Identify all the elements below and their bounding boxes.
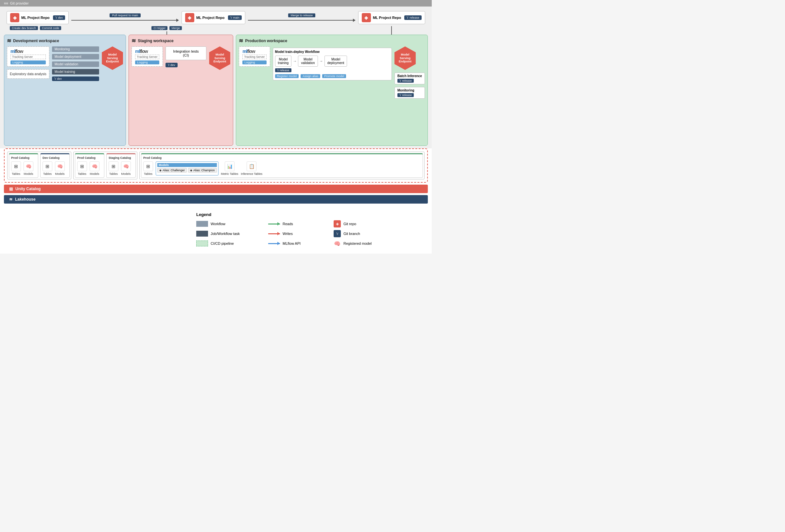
dev-branch-badge: 𝕐 dev <box>52 77 99 81</box>
pr-label: Pull request to main <box>109 14 141 17</box>
workspace-staging-icon: ≋ <box>131 37 136 44</box>
monitoring-label: Monitoring <box>398 88 422 92</box>
staging-mlflow-col: mlflow Tracking Server Logging <box>131 46 162 66</box>
legend-workflow-label: Workflow <box>211 222 225 226</box>
git-provider-bar: ≡≡ Git provider <box>0 0 432 6</box>
branch-icon-main: 𝕐 <box>230 16 232 19</box>
train-step-training: Modeltraining <box>275 56 292 66</box>
mlflow-logo-prod: mlflow <box>243 49 266 54</box>
catalog-prod-2: Prod Catalog ⊞ Tables 🧠 Models <box>75 153 104 178</box>
monitoring-box: Monitoring 𝕐 release <box>395 87 425 99</box>
catalog-row: Prod Catalog ⊞ Tables 🧠 Models Dev Catal… <box>7 152 425 179</box>
legend-cicd-label: CI/CD pipeline <box>211 241 234 245</box>
inference-tables-icon: 📋 <box>247 161 256 171</box>
git-provider-label: Git provider <box>10 1 29 5</box>
models-alias-title: Models <box>157 163 217 167</box>
alias-champion: ◈ Alias: Champion <box>188 168 217 172</box>
arrow-2: → <box>319 59 323 63</box>
workspace-dev-title: ≋ Development workspace <box>7 37 123 44</box>
repo-release-name: ML Project Repo <box>373 16 401 20</box>
legend-cicd-box <box>196 240 208 246</box>
ci-trigger-label: CI trigger <box>151 26 168 30</box>
staging-catalog-models: 🧠 Models <box>121 161 131 176</box>
legend-mlflow-api: MLflow API <box>268 240 327 247</box>
git-provider-icon: ≡≡ <box>4 1 8 5</box>
staging-catalog-tables: ⊞ Tables <box>108 161 119 176</box>
tracking-server-staging: Tracking Server <box>135 55 159 59</box>
workspace-prod-icon: ≋ <box>239 37 243 44</box>
eda-box: Exploratory data analysis <box>7 69 49 79</box>
tracking-server-prod: Tracking Server <box>243 55 266 59</box>
prod-right-col: ModelServingEndpoint Batch Inference 𝕐 r… <box>395 46 425 99</box>
prod-catalog-2-items: ⊞ Tables 🧠 Models <box>77 161 102 176</box>
mlflow-logo-staging: mlflow <box>135 49 159 54</box>
alias-challenger: ◈ Alias: Challenger <box>157 168 187 172</box>
dev-content: mlflow Tracking Server Logging Explorato… <box>7 46 123 81</box>
register-model-badge: Register model <box>275 74 299 78</box>
challenger-icon: ◈ <box>159 169 161 172</box>
legend-workflow-box <box>196 221 208 227</box>
dev-endpoint-col: ModelServingEndpoint <box>102 46 123 70</box>
prod-catalog-1-models: 🧠 Models <box>24 161 33 176</box>
merge-label-sub: Merge <box>170 26 182 30</box>
legend-jobtask-label: Job/Workflow task <box>211 232 240 236</box>
prod-mlflow-col: mlflow Tracking Server Logging <box>239 46 270 66</box>
mlflow-dev: mlflow Tracking Server Logging <box>7 46 49 66</box>
branch-badge-dev: 𝕐 dev <box>53 15 66 20</box>
integration-tests-box: Integration tests (CI) <box>166 46 207 60</box>
lakehouse-bar: ≋ Lakehouse <box>4 195 428 204</box>
model-train-deploy-box: Model train-deploy Workflow Modeltrainin… <box>273 48 392 80</box>
git-icon-release: ◈ <box>362 13 371 22</box>
legend-writes-line <box>268 233 280 234</box>
catalog-staging-1: Staging Catalog ⊞ Tables 🧠 Models <box>106 153 136 178</box>
connector-pr: Pull request to main <box>69 14 181 22</box>
staging-serving-endpoint: ModelServingEndpoint <box>209 46 230 70</box>
dev-sub-labels: Create dev branch Commit code <box>10 26 61 30</box>
lakehouse-label: Lakehouse <box>15 197 36 202</box>
legend-area: Legend Workflow Reads ◈ Git repo Job/Wor… <box>0 206 432 254</box>
legend-workflow: Workflow <box>196 220 262 228</box>
metric-tables-icon: 📊 <box>225 161 234 171</box>
models-alias-box: Models ◈ Alias: Challenger ◈ Alias: Cham… <box>156 161 219 176</box>
legend-title: Legend <box>196 212 425 217</box>
workspace-prod-title: ≋ Production workspace <box>239 37 425 44</box>
prod-catalog-3-items: ⊞ Tables Models ◈ Alias: Challenger <box>143 161 421 176</box>
legend-git-repo: ◈ Git repo <box>334 220 392 228</box>
models-icon-3: 🧠 <box>90 161 99 171</box>
catalog-prod-3: Prod Catalog ⊞ Tables Models ◈ <box>141 153 423 178</box>
pr-line <box>71 19 179 22</box>
commit-code-label: Commit code <box>40 26 61 30</box>
repo-main: ◈ ML Project Repo 𝕐 main <box>181 11 245 24</box>
tables-icon-3: ⊞ <box>77 161 87 171</box>
git-icon-dev: ◈ <box>10 13 19 22</box>
catalog-prod-1: Prod Catalog ⊞ Tables 🧠 Models <box>9 153 38 178</box>
dev-step-deployment: Model deployment <box>52 54 99 59</box>
promote-model-badge: Promote model <box>322 74 346 78</box>
models-icon-1: 🧠 <box>24 161 33 171</box>
legend-writes: Writes <box>268 230 327 237</box>
repo-dev: ◈ ML Project Repo 𝕐 dev <box>6 11 69 24</box>
dev-serving-endpoint: ModelServingEndpoint <box>102 46 123 70</box>
legend-cicd: CI/CD pipeline <box>196 240 262 247</box>
connector-merge: Merge to release <box>245 14 358 22</box>
train-steps: Modeltraining → Modelvalidation → Modeld… <box>275 56 389 66</box>
staging-center-col: Integration tests (CI) 𝕐 dev <box>166 46 207 67</box>
tables-icon-4: ⊞ <box>108 161 119 171</box>
batch-inference-label: Batch Inference <box>398 74 422 78</box>
prod-serving-endpoint: ModelServingEndpoint <box>395 46 416 70</box>
legend-grid: Workflow Reads ◈ Git repo Job/Workflow t… <box>196 220 425 247</box>
workspace-staging-title: ≋ Staging workspace <box>131 37 230 44</box>
branch-badge-main: 𝕐 main <box>228 15 242 20</box>
staging-catalogs: Prod Catalog ⊞ Tables 🧠 Models Staging C… <box>73 152 137 179</box>
assign-alias-badge: Assign alias <box>301 74 320 78</box>
repo-main-name: ML Project Repo <box>196 16 225 20</box>
legend-git-branch-label: Git branch <box>344 232 360 236</box>
model-actions: Register model Assign alias Promote mode… <box>275 74 389 78</box>
legend-jobtask-box <box>196 231 208 237</box>
sub-flow-area: Create dev branch Commit code CI trigger… <box>6 26 425 30</box>
prod-catalog-1-tables: ⊞ Tables <box>11 161 21 176</box>
legend-mlflow-label: MLflow API <box>283 241 301 245</box>
dev-left-col: mlflow Tracking Server Logging Explorato… <box>7 46 49 79</box>
tracking-server-dev: Tracking Server <box>10 55 46 59</box>
prod-catalogs: Prod Catalog ⊞ Tables Models ◈ <box>140 152 425 179</box>
